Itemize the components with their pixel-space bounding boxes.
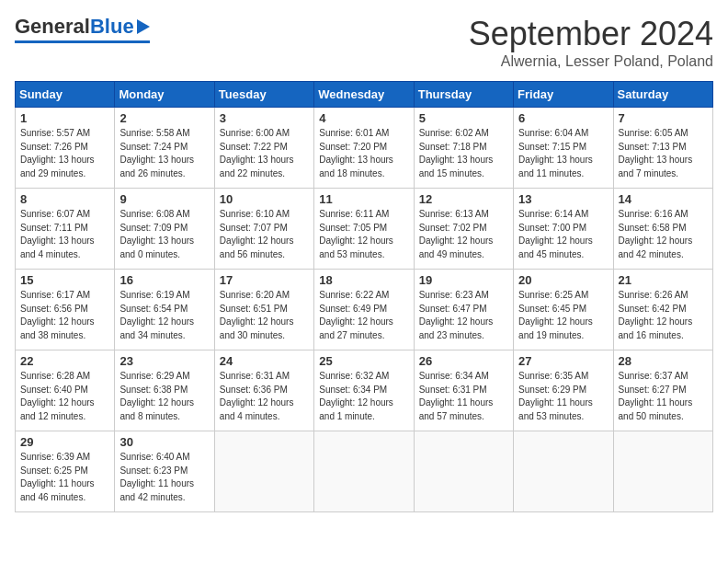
table-row: 28Sunrise: 6:37 AM Sunset: 6:27 PM Dayli… [613, 350, 712, 431]
cell-info: Sunrise: 5:58 AM Sunset: 7:24 PM Dayligh… [119, 127, 209, 180]
day-number: 4 [319, 111, 408, 125]
day-number: 1 [20, 111, 109, 125]
table-row [414, 431, 513, 512]
table-row: 27Sunrise: 6:35 AM Sunset: 6:29 PM Dayli… [514, 350, 613, 431]
table-row: 15Sunrise: 6:17 AM Sunset: 6:56 PM Dayli… [16, 270, 115, 350]
cell-info: Sunrise: 6:13 AM Sunset: 7:02 PM Dayligh… [419, 208, 508, 261]
table-row: 19Sunrise: 6:23 AM Sunset: 6:47 PM Dayli… [414, 270, 513, 350]
table-row: 13Sunrise: 6:14 AM Sunset: 7:00 PM Dayli… [514, 189, 613, 270]
cell-info: Sunrise: 6:08 AM Sunset: 7:09 PM Dayligh… [119, 208, 209, 261]
cell-info: Sunrise: 6:40 AM Sunset: 6:23 PM Dayligh… [119, 451, 209, 504]
table-row: 29Sunrise: 6:39 AM Sunset: 6:25 PM Dayli… [16, 431, 115, 512]
cell-info: Sunrise: 6:11 AM Sunset: 7:05 PM Dayligh… [319, 208, 408, 261]
table-row: 20Sunrise: 6:25 AM Sunset: 6:45 PM Dayli… [514, 270, 613, 350]
day-number: 15 [20, 273, 109, 287]
cell-info: Sunrise: 6:16 AM Sunset: 6:58 PM Dayligh… [619, 208, 708, 261]
logo: General Blue [15, 15, 150, 43]
day-number: 30 [119, 435, 209, 449]
table-row: 8Sunrise: 6:07 AM Sunset: 7:11 PM Daylig… [16, 189, 115, 270]
table-row [613, 431, 712, 512]
cell-info: Sunrise: 6:14 AM Sunset: 7:00 PM Dayligh… [518, 208, 608, 261]
day-number: 17 [220, 273, 309, 287]
calendar-week-row: 1Sunrise: 5:57 AM Sunset: 7:26 PM Daylig… [16, 108, 713, 189]
day-number: 24 [220, 354, 309, 368]
table-row: 16Sunrise: 6:19 AM Sunset: 6:54 PM Dayli… [115, 270, 214, 350]
logo-general: General [15, 15, 90, 39]
table-row: 5Sunrise: 6:02 AM Sunset: 7:18 PM Daylig… [414, 108, 513, 189]
table-row: 23Sunrise: 6:29 AM Sunset: 6:38 PM Dayli… [115, 350, 214, 431]
month-title: September 2024 [469, 15, 713, 53]
table-row [214, 431, 313, 512]
day-number: 5 [419, 111, 508, 125]
calendar-header-row: Sunday Monday Tuesday Wednesday Thursday… [16, 82, 713, 108]
table-row: 14Sunrise: 6:16 AM Sunset: 6:58 PM Dayli… [613, 189, 712, 270]
cell-info: Sunrise: 6:34 AM Sunset: 6:31 PM Dayligh… [419, 370, 508, 423]
calendar-week-row: 15Sunrise: 6:17 AM Sunset: 6:56 PM Dayli… [16, 270, 713, 350]
cell-info: Sunrise: 6:05 AM Sunset: 7:13 PM Dayligh… [619, 127, 708, 180]
cell-info: Sunrise: 6:19 AM Sunset: 6:54 PM Dayligh… [119, 289, 209, 342]
day-number: 7 [619, 111, 708, 125]
day-number: 27 [518, 354, 608, 368]
cell-info: Sunrise: 6:25 AM Sunset: 6:45 PM Dayligh… [518, 289, 608, 342]
col-monday: Monday [115, 82, 214, 108]
cell-info: Sunrise: 6:28 AM Sunset: 6:40 PM Dayligh… [20, 370, 109, 423]
cell-info: Sunrise: 5:57 AM Sunset: 7:26 PM Dayligh… [20, 127, 109, 180]
day-number: 19 [419, 273, 508, 287]
table-row: 11Sunrise: 6:11 AM Sunset: 7:05 PM Dayli… [314, 189, 414, 270]
calendar-week-row: 29Sunrise: 6:39 AM Sunset: 6:25 PM Dayli… [16, 431, 713, 512]
table-row: 25Sunrise: 6:32 AM Sunset: 6:34 PM Dayli… [314, 350, 414, 431]
table-row: 18Sunrise: 6:22 AM Sunset: 6:49 PM Dayli… [314, 270, 414, 350]
day-number: 23 [119, 354, 209, 368]
cell-info: Sunrise: 6:17 AM Sunset: 6:56 PM Dayligh… [20, 289, 109, 342]
cell-info: Sunrise: 6:31 AM Sunset: 6:36 PM Dayligh… [220, 370, 309, 423]
title-section: September 2024 Alwernia, Lesser Poland, … [469, 15, 713, 70]
cell-info: Sunrise: 6:01 AM Sunset: 7:20 PM Dayligh… [319, 127, 408, 180]
calendar-table: Sunday Monday Tuesday Wednesday Thursday… [15, 81, 713, 512]
page-header: General Blue September 2024 Alwernia, Le… [15, 15, 713, 70]
col-friday: Friday [514, 82, 613, 108]
cell-info: Sunrise: 6:29 AM Sunset: 6:38 PM Dayligh… [119, 370, 209, 423]
table-row: 10Sunrise: 6:10 AM Sunset: 7:07 PM Dayli… [214, 189, 313, 270]
day-number: 14 [619, 192, 708, 206]
table-row [514, 431, 613, 512]
table-row: 21Sunrise: 6:26 AM Sunset: 6:42 PM Dayli… [613, 270, 712, 350]
table-row: 9Sunrise: 6:08 AM Sunset: 7:09 PM Daylig… [115, 189, 214, 270]
table-row: 3Sunrise: 6:00 AM Sunset: 7:22 PM Daylig… [214, 108, 313, 189]
day-number: 11 [319, 192, 408, 206]
day-number: 21 [619, 273, 708, 287]
day-number: 2 [119, 111, 209, 125]
day-number: 18 [319, 273, 408, 287]
day-number: 16 [119, 273, 209, 287]
cell-info: Sunrise: 6:26 AM Sunset: 6:42 PM Dayligh… [619, 289, 708, 342]
cell-info: Sunrise: 6:39 AM Sunset: 6:25 PM Dayligh… [20, 451, 109, 504]
cell-info: Sunrise: 6:35 AM Sunset: 6:29 PM Dayligh… [518, 370, 608, 423]
day-number: 13 [518, 192, 608, 206]
cell-info: Sunrise: 6:23 AM Sunset: 6:47 PM Dayligh… [419, 289, 508, 342]
day-number: 10 [220, 192, 309, 206]
table-row: 30Sunrise: 6:40 AM Sunset: 6:23 PM Dayli… [115, 431, 214, 512]
cell-info: Sunrise: 6:20 AM Sunset: 6:51 PM Dayligh… [220, 289, 309, 342]
day-number: 26 [419, 354, 508, 368]
table-row: 2Sunrise: 5:58 AM Sunset: 7:24 PM Daylig… [115, 108, 214, 189]
table-row: 17Sunrise: 6:20 AM Sunset: 6:51 PM Dayli… [214, 270, 313, 350]
cell-info: Sunrise: 6:32 AM Sunset: 6:34 PM Dayligh… [319, 370, 408, 423]
cell-info: Sunrise: 6:00 AM Sunset: 7:22 PM Dayligh… [220, 127, 309, 180]
calendar-week-row: 22Sunrise: 6:28 AM Sunset: 6:40 PM Dayli… [16, 350, 713, 431]
table-row: 7Sunrise: 6:05 AM Sunset: 7:13 PM Daylig… [613, 108, 712, 189]
cell-info: Sunrise: 6:37 AM Sunset: 6:27 PM Dayligh… [619, 370, 708, 423]
day-number: 3 [220, 111, 309, 125]
col-wednesday: Wednesday [314, 82, 414, 108]
table-row: 6Sunrise: 6:04 AM Sunset: 7:15 PM Daylig… [514, 108, 613, 189]
table-row: 24Sunrise: 6:31 AM Sunset: 6:36 PM Dayli… [214, 350, 313, 431]
cell-info: Sunrise: 6:04 AM Sunset: 7:15 PM Dayligh… [518, 127, 608, 180]
day-number: 8 [20, 192, 109, 206]
logo-blue: Blue [90, 15, 134, 39]
location: Alwernia, Lesser Poland, Poland [469, 53, 713, 70]
col-tuesday: Tuesday [214, 82, 313, 108]
calendar-week-row: 8Sunrise: 6:07 AM Sunset: 7:11 PM Daylig… [16, 189, 713, 270]
logo-arrow-icon [137, 19, 150, 34]
col-sunday: Sunday [16, 82, 115, 108]
col-thursday: Thursday [414, 82, 513, 108]
table-row: 12Sunrise: 6:13 AM Sunset: 7:02 PM Dayli… [414, 189, 513, 270]
table-row: 26Sunrise: 6:34 AM Sunset: 6:31 PM Dayli… [414, 350, 513, 431]
